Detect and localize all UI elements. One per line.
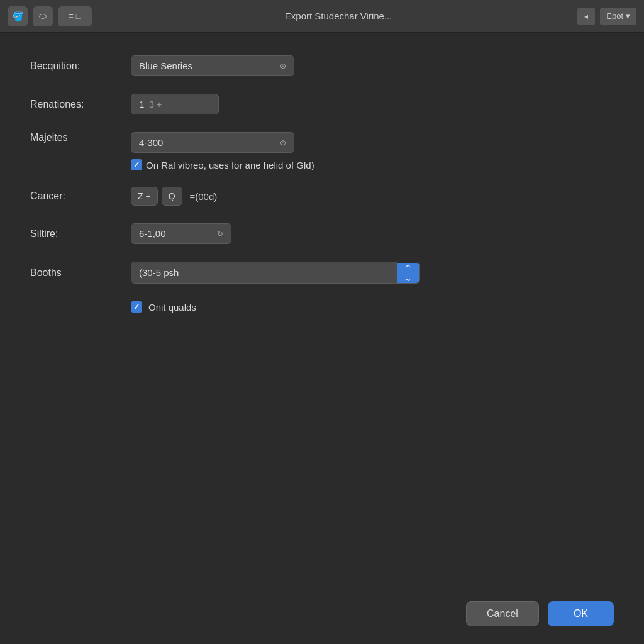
renationes-label: Renationes:	[30, 99, 131, 110]
menu-icon: ≡	[69, 11, 74, 21]
booths-control: (30-5 psh ⌃⌄	[131, 262, 614, 284]
cancer-eq: =(00d)	[190, 191, 218, 202]
checkbox1-label: On Ral vibreo, uses for ane helid of Gld…	[146, 160, 314, 170]
siltire-spinbox[interactable]: 6-1,00 ↻	[131, 223, 231, 244]
spot-label: Epot	[606, 11, 623, 21]
titlebar-right: ◂ Epot ▾	[577, 8, 636, 25]
ok-button[interactable]: OK	[548, 601, 614, 626]
renationes-stepper[interactable]: 1 3 +	[131, 94, 219, 114]
booths-wrapper: (30-5 psh ⌃⌄	[131, 262, 420, 284]
siltire-row: Siltire: 6-1,00 ↻	[30, 223, 614, 244]
siltire-value: 6-1,00	[139, 228, 166, 239]
majeites-select[interactable]: 4-300 ⊙	[131, 132, 294, 153]
titlebar-icon-group: 🪣 ⬭ ≡ □	[8, 6, 92, 26]
becquition-control: Blue Senries ⊙	[131, 55, 614, 76]
checkbox2[interactable]: ✓	[131, 301, 142, 313]
majeites-arrow-icon: ⊙	[280, 138, 286, 147]
cancer-label: Cancer:	[30, 191, 131, 202]
checkbox2-label: Onit qualds	[148, 302, 196, 313]
titlebar-title: Export Studechar Virine...	[99, 11, 577, 21]
renationes-value: 1	[139, 99, 144, 109]
bottle-icon: 🪣	[13, 11, 23, 21]
siltire-label: Siltire:	[30, 228, 131, 240]
becquition-arrow-icon: ⊙	[280, 62, 286, 70]
renationes-control: 1 3 +	[131, 94, 614, 114]
cancer-group: Z + Q =(00d)	[131, 187, 614, 206]
bottom-spacer	[30, 330, 614, 591]
majeites-value: 4-300	[139, 137, 163, 148]
checkbox2-check-icon: ✓	[133, 303, 140, 311]
nav-back-btn[interactable]: ◂	[577, 8, 595, 25]
titlebar-icon-btn3[interactable]: ≡ □	[58, 6, 92, 26]
booths-label: Booths	[30, 267, 131, 279]
siltire-arrow-icon: ↻	[217, 230, 223, 238]
spot-button[interactable]: Epot ▾	[600, 8, 636, 25]
renationes-row: Renationes: 1 3 +	[30, 94, 614, 114]
checkbox1-row: ✓ On Ral vibreo, uses for ane helid of G…	[131, 159, 314, 170]
cancel-button[interactable]: Cancel	[466, 601, 539, 626]
spacer1	[30, 175, 614, 187]
cancer-btn2[interactable]: Q	[162, 187, 182, 206]
spot-arrow-icon: ▾	[626, 11, 630, 21]
booths-row: Booths (30-5 psh ⌃⌄	[30, 262, 614, 284]
becquition-value: Blue Senries	[139, 60, 192, 71]
titlebar: 🪣 ⬭ ≡ □ Export Studechar Virine... ◂ Epo…	[0, 0, 644, 33]
checkbox1[interactable]: ✓	[131, 159, 142, 170]
becquition-label: Becquition:	[30, 60, 131, 72]
checkbox2-row: ✓ Onit qualds	[131, 301, 614, 313]
dialog-content: Becquition: Blue Senries ⊙ Renationes: 1…	[0, 33, 644, 644]
bottle2-icon: ⬭	[39, 11, 47, 21]
titlebar-icon-btn1[interactable]: 🪣	[8, 6, 28, 26]
booths-dropdown-btn[interactable]: ⌃⌄	[397, 263, 419, 283]
actions-row: Cancel OK	[30, 591, 614, 626]
nav-back-icon: ◂	[584, 12, 588, 21]
becquition-row: Becquition: Blue Senries ⊙	[30, 55, 614, 76]
rect-icon: □	[76, 11, 81, 21]
cancer-row: Cancer: Z + Q =(00d)	[30, 187, 614, 206]
majeites-inner: 4-300 ⊙ ✓ On Ral vibreo, uses for ane he…	[131, 132, 314, 170]
renationes-hint: 3 +	[149, 99, 162, 109]
checkbox1-check-icon: ✓	[133, 160, 140, 169]
majeites-label: Majeites	[30, 132, 131, 143]
cancer-control: Z + Q =(00d)	[131, 187, 614, 206]
becquition-select[interactable]: Blue Senries ⊙	[131, 55, 294, 76]
booths-chevron-icon: ⌃⌄	[404, 263, 412, 283]
booths-text[interactable]: (30-5 psh	[131, 262, 397, 283]
titlebar-icon-btn2[interactable]: ⬭	[33, 6, 53, 26]
cancer-btn1[interactable]: Z +	[131, 187, 158, 206]
cancer-btn2-label: Q	[169, 191, 175, 201]
cancer-btn1-label: Z +	[138, 191, 151, 201]
siltire-control: 6-1,00 ↻	[131, 223, 614, 244]
majeites-row: Majeites 4-300 ⊙ ✓ On Ral vibreo, uses f…	[30, 132, 614, 170]
